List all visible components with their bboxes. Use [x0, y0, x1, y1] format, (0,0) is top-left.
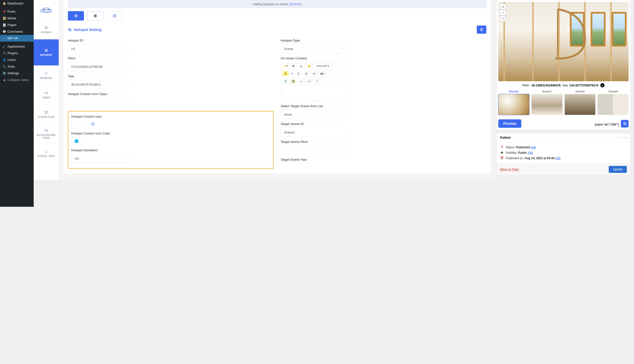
list-ol-button[interactable]: ≣ [303, 71, 310, 76]
richtext-body[interactable] [280, 85, 317, 101]
collapse-icon: ◀ [2, 78, 6, 82]
field-target-pitch: Target Scene Pitch: [280, 140, 317, 155]
icon-class-input[interactable] [68, 98, 128, 107]
media-icon: 🖼️ [2, 16, 6, 20]
question-circle-icon[interactable] [91, 122, 94, 126]
tab-scenes[interactable]: SCENES [34, 20, 59, 39]
hover-content-label: On Hover Content: [280, 56, 317, 60]
target-id-input[interactable] [280, 128, 317, 137]
hotspot-tabpills [68, 11, 317, 20]
tab-floorplan[interactable]: FLOOR PLAN [34, 104, 59, 124]
hotspot-id-label: Hotspot ID: [68, 39, 274, 42]
plus-circle-icon [113, 14, 117, 18]
hotspot-pill-2[interactable] [87, 11, 103, 20]
tab-general[interactable]: GENERAL [34, 65, 59, 85]
hotspot-type-label: Hotspot-Type: [280, 39, 317, 42]
scene-banner: Adding Hotspots on Scene: (Scene1) [68, 0, 317, 8]
field-icon-class: Hotspot Custom Icon Class: [68, 92, 274, 107]
custom-icon-picker[interactable] [71, 120, 88, 128]
svg-point-13 [76, 15, 76, 16]
font-select[interactable]: sans-serif ▾ [314, 64, 317, 68]
target-id-label: Target Scene ID: [280, 122, 317, 126]
hotspot-id-input[interactable] [68, 44, 128, 54]
field-animation: Hotspot Animation: On [71, 148, 270, 163]
nav-pages[interactable]: 📄Pages [0, 22, 34, 28]
nav-dashboard[interactable]: 🏠Dashboard [0, 0, 34, 7]
target-list-label: Select Target Scene from List: [280, 104, 317, 108]
anchor-icon [44, 149, 48, 154]
wp-admin-sidebar: 🏠Dashboard 📌Posts 🖼️Media 📄Pages 💬Commen… [0, 0, 34, 182]
target-yaw-label: Target Scene Yaw: [280, 158, 317, 162]
nav-users[interactable]: 👤Users [0, 56, 34, 63]
align-button[interactable]: ≡▾ [311, 71, 317, 76]
animation-label: Hotspot Animation: [71, 148, 270, 152]
hotspot-type-select[interactable]: Scene [280, 44, 317, 54]
tab-hotspot[interactable]: HOTSPOT [34, 39, 59, 65]
nav-collapse[interactable]: ◀Collapse menu [0, 76, 34, 83]
devices-icon [44, 128, 48, 132]
image-icon [44, 26, 48, 30]
nav-wpvr[interactable]: 👓WP VR [0, 35, 34, 42]
field-target-yaw: Target Scene Yaw: [280, 158, 317, 163]
target-icon [93, 14, 97, 18]
gear-icon [68, 28, 72, 32]
tab-bgtour[interactable]: BACKGROUND TOUR [34, 124, 59, 144]
eraser-button[interactable]: 🧽 [306, 64, 312, 68]
list-ul-button[interactable]: ☰ [295, 71, 302, 76]
hotspot-pill-1[interactable] [68, 11, 84, 20]
crosshair-icon [44, 48, 48, 52]
target-pitch-input[interactable] [280, 145, 317, 155]
pitch-label: Pitch: [68, 56, 274, 60]
svg-rect-3 [45, 26, 48, 29]
field-pitch: Pitch: [68, 56, 274, 71]
pitch-input[interactable] [68, 62, 128, 71]
nav-tools[interactable]: 🔧Tools [0, 63, 34, 70]
user-icon: 👤 [2, 58, 6, 62]
underline-button[interactable]: U [298, 64, 304, 68]
target-list-select[interactable]: None [280, 110, 317, 119]
hotspot-pill-add[interactable] [106, 11, 122, 20]
scene-banner-link[interactable]: (Scene1) [290, 2, 302, 6]
video-icon [44, 91, 48, 95]
field-icon-color: Hotspot Custom Icon Color: [71, 132, 270, 145]
sliders-icon: ⚙️ [2, 72, 6, 75]
svg-point-4 [45, 27, 46, 28]
bold-button[interactable]: B [290, 64, 297, 68]
nav-media[interactable]: 🖼️Media [0, 15, 34, 22]
target-pitch-label: Target Scene Pitch: [280, 140, 317, 144]
help-button[interactable]: ? [314, 79, 317, 84]
svg-text:WP VR: WP VR [43, 9, 49, 10]
field-target-id: Target Scene ID: [280, 122, 317, 137]
nav-settings[interactable]: ⚙️Settings [0, 70, 34, 76]
nav-comments[interactable]: 💬Comments [0, 28, 34, 35]
video-button[interactable]: ▭ [298, 79, 304, 84]
nav-posts[interactable]: 📌Posts [0, 8, 34, 15]
icon-color-picker[interactable] [71, 137, 82, 145]
link-button[interactable]: 🔗 [282, 79, 289, 84]
animation-select[interactable]: On [71, 154, 132, 163]
gear-icon [44, 71, 48, 76]
richtext-toolbar: ✨▾ B U 🧽 sans-serif ▾ A ▾ ☰ ≣ [280, 62, 317, 85]
pin-icon: 📌 [2, 10, 6, 13]
vr-icon: 👓 [2, 37, 6, 40]
code-button[interactable]: </> [306, 79, 312, 84]
svg-point-11 [46, 150, 46, 151]
text-color-button[interactable]: A [282, 71, 289, 76]
icon-color-label: Hotspot Custom Icon Color: [71, 132, 270, 135]
tab-rail: WP VR SCENES HOTSPOT GENERAL VIDEO FLOOR… [34, 0, 59, 180]
tab-streetview[interactable]: STREET VIEW [34, 144, 59, 163]
custom-icon-label: Hotspot Custom Icon: [71, 115, 270, 118]
field-hotspot-id: Hotspot ID: [68, 39, 274, 54]
nav-appearance[interactable]: 🖌️Appearance [0, 43, 34, 50]
icon-class-label: Hotspot Custom Icon Class: [68, 92, 274, 96]
nav-plugins[interactable]: 🔌Plugins [0, 50, 34, 56]
target-icon [74, 14, 78, 18]
tab-video[interactable]: VIDEO [34, 85, 59, 104]
icon-settings-highlight: Hotspot Custom Icon: Hotspot Custom Icon [68, 111, 274, 169]
text-color-more[interactable]: ▾ [290, 71, 294, 76]
image-button[interactable]: 🖼️ [290, 79, 297, 84]
field-yaw: Yaw: [68, 74, 274, 89]
field-hotspot-type: Hotspot-Type: Scene [280, 39, 317, 54]
yaw-input[interactable] [68, 80, 128, 89]
wand-icon[interactable]: ✨▾ [282, 64, 289, 68]
